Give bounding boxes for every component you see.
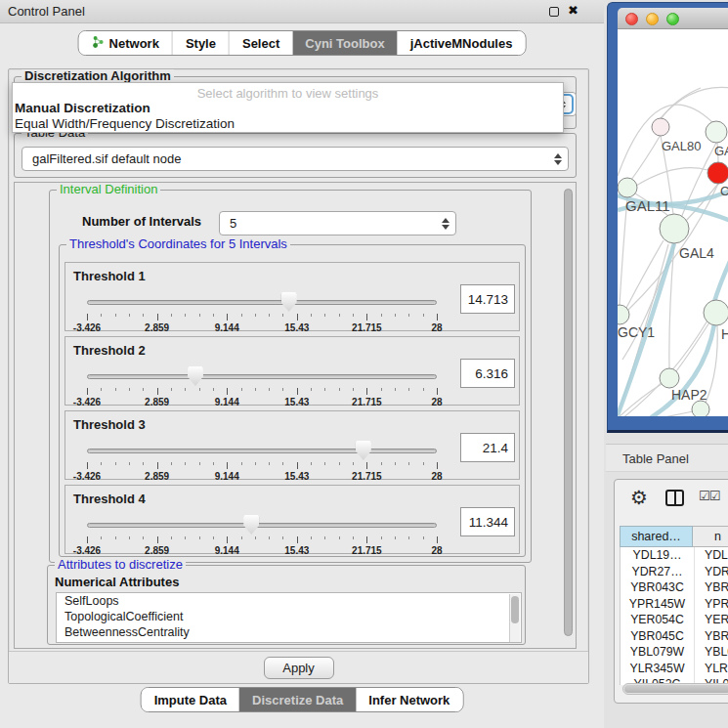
close-traffic-light-icon[interactable] [625,13,638,25]
table-row[interactable]: YBL079WYBL0 [621,644,728,661]
network-edge[interactable] [676,322,709,371]
node-h[interactable] [704,300,728,325]
vertical-scrollbar[interactable] [564,189,573,636]
cell-name[interactable]: YDL1 [694,547,728,564]
tab-jactivemnodules[interactable]: jActiveMNodules [398,31,526,55]
table-row[interactable]: YLR345WYLR3 [621,661,728,677]
threshold-value-field[interactable]: 14.713 [460,284,515,314]
attribute-list-item[interactable]: TopologicalCoefficient [57,609,521,624]
cell-name[interactable]: YBR0 [694,579,728,596]
footer-bar: Apply [9,651,588,683]
slider-ticks [87,536,437,544]
network-canvas[interactable]: GAL80GACGAL11GAL4GCY1HHAP2 [618,29,728,416]
cell-shared-name[interactable]: YDL19… [621,547,694,564]
table-row[interactable]: YDL19…YDL1 [621,547,728,564]
cell-name[interactable]: YBL0 [694,644,728,661]
network-edge-thick[interactable] [714,259,728,302]
tab-label: Cyni Toolbox [305,36,384,51]
close-icon[interactable]: ✖ [568,3,578,18]
node-red[interactable] [707,162,728,184]
table-row[interactable]: YDR27…YDR2 [621,564,728,580]
network-window-titlebar[interactable] [618,8,728,29]
cell-shared-name[interactable]: YBR043C [621,579,694,596]
threshold-slider[interactable]: -3.4262.8599.14415.4321.71528 [87,515,437,554]
slider-track[interactable] [87,523,437,528]
columns-icon[interactable] [665,490,684,506]
cell-name[interactable]: YLR3 [694,661,728,677]
network-edge[interactable] [631,135,661,180]
slider-thumb[interactable] [188,366,203,386]
node-top-right[interactable] [706,121,727,143]
table-row[interactable]: YBR043CYBR0 [621,579,728,596]
zoom-traffic-light-icon[interactable] [666,13,679,25]
column-header-shared-name[interactable]: shared… [620,526,693,547]
attribute-list-item[interactable]: BetweennessCentrality [57,624,521,640]
select-columns-checkboxes-icon[interactable]: ☑☑ [699,489,719,503]
node-gal4[interactable] [660,214,689,243]
interval-definition-title: Interval Definition [57,183,160,196]
cell-shared-name[interactable]: YBR045C [621,628,694,645]
table-panel-title: Table Panel [622,451,689,466]
tab-discretize-data[interactable]: Discretize Data [239,688,356,711]
slider-track[interactable] [87,374,437,379]
minimize-traffic-light-icon[interactable] [646,13,659,25]
tab-cyni-toolbox[interactable]: Cyni Toolbox [292,31,397,55]
node-bottom[interactable] [692,401,709,416]
node-gal11[interactable] [618,178,637,197]
tab-infer-network[interactable]: Infer Network [356,688,462,711]
node-hap2[interactable] [660,368,679,388]
network-edge[interactable] [636,168,707,186]
gear-icon[interactable]: ⚙ [630,486,648,509]
column-header-name[interactable]: n [693,526,728,547]
table-row[interactable]: YPR145WYPR1 [621,596,728,613]
slider-thumb[interactable] [281,292,297,312]
attribute-list-item[interactable]: SelfLoops [57,593,521,609]
slider-track[interactable] [87,449,437,453]
cell-name[interactable]: YPR1 [694,596,728,613]
number-of-intervals-combobox[interactable]: 5 [219,211,456,236]
float-window-icon[interactable] [549,7,559,17]
threshold-value-field[interactable]: 11.344 [460,507,515,536]
tick-label: -3.426 [73,545,101,556]
threshold-value-field[interactable]: 6.316 [460,359,515,388]
network-view-window[interactable]: GAL80GACGAL11GAL4GCY1HHAP2 [607,2,728,433]
cell-shared-name[interactable]: YPR145W [621,596,694,613]
tab-impute-data[interactable]: Impute Data [142,688,239,711]
slider-thumb[interactable] [243,515,259,535]
cell-name[interactable]: YDR2 [694,564,728,580]
horizontal-scrollbar[interactable] [622,683,728,695]
tab-style[interactable]: Style [172,31,229,55]
threshold-slider[interactable]: -3.4262.8599.14415.4321.71528 [87,366,437,406]
cell-shared-name[interactable]: YBL079W [621,644,694,661]
threshold-label: Threshold 4 [73,492,146,506]
cell-name[interactable]: YBR0 [694,628,728,645]
apply-button[interactable]: Apply [264,657,334,679]
threshold-row: Threshold 2 -3.4262.8599.14415.4321.7152… [64,336,520,406]
cell-shared-name[interactable]: YDR27… [621,564,694,580]
number-of-intervals-label: Number of Intervals [82,214,201,229]
cell-name[interactable]: YER0 [694,612,728,628]
node-gal80[interactable] [652,118,669,136]
list-scrollbar[interactable] [509,594,520,643]
table-data-value: galFiltered.sif default node [32,151,181,166]
threshold-slider[interactable]: -3.4262.8599.14415.4321.71528 [87,292,437,331]
tick-label: 15.43 [284,471,309,482]
slider-track[interactable] [87,300,437,305]
dropdown-option-equal-width[interactable]: Equal Width/Frequency Discretization [13,116,563,132]
slider-thumb[interactable] [356,441,371,460]
network-edge[interactable] [661,87,728,118]
node-gcy1[interactable] [618,305,629,324]
threshold-slider[interactable]: -3.4262.8599.14415.4321.71528 [87,441,437,480]
node-label: C [720,184,728,198]
tab-select[interactable]: Select [229,31,292,55]
tick-label: 2.859 [145,545,169,556]
cell-shared-name[interactable]: YER054C [621,612,694,628]
tab-network[interactable]: Network [79,31,172,55]
dropdown-option-manual[interactable]: Manual Discretization [13,101,563,116]
threshold-value-field[interactable]: 21.4 [460,433,515,462]
table-data-combobox[interactable]: galFiltered.sif default node [21,147,569,171]
table-row[interactable]: YBR045CYBR0 [621,628,728,645]
threshold-label: Threshold 3 [73,417,146,432]
table-row[interactable]: YER054CYER0 [621,612,728,628]
cell-shared-name[interactable]: YLR345W [621,661,694,677]
